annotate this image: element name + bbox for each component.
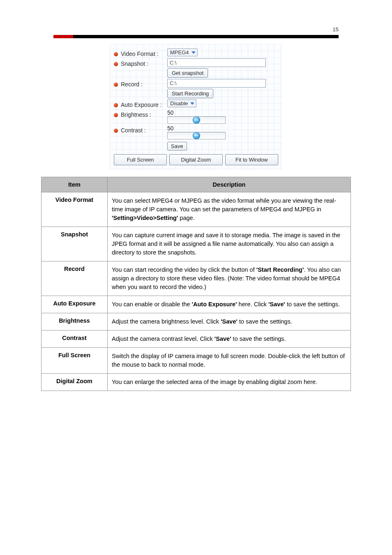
table-row: BrightnessAdjust the camera brightness l… bbox=[42, 313, 351, 331]
video-format-select[interactable]: MPEG4 bbox=[167, 49, 198, 56]
chevron-down-icon bbox=[191, 50, 196, 56]
snapshot-label: Snapshot : bbox=[114, 58, 167, 67]
table-item: Record bbox=[42, 261, 108, 296]
contrast-slider[interactable] bbox=[167, 132, 226, 139]
description-table: Item Description Video FormatYou can sel… bbox=[41, 177, 351, 391]
record-label: Record : bbox=[114, 79, 167, 88]
contrast-label: Contrast : bbox=[114, 125, 167, 134]
table-row: RecordYou can start recording the video … bbox=[42, 261, 351, 296]
fit-to-window-button[interactable]: Fit to Window bbox=[225, 154, 278, 165]
save-button[interactable]: Save bbox=[167, 142, 187, 150]
digital-zoom-button[interactable]: Digital Zoom bbox=[169, 154, 222, 165]
camera-settings-panel: Video Format : MPEG4 Snapshot : C:\ bbox=[110, 44, 282, 169]
table-row: Full ScreenSwitch the display of IP came… bbox=[42, 348, 351, 374]
snapshot-path-input[interactable]: C:\ bbox=[167, 58, 266, 67]
auto-exposure-label: Auto Exposure : bbox=[114, 99, 167, 108]
svg-marker-0 bbox=[191, 51, 196, 54]
table-item: Snapshot bbox=[42, 227, 108, 261]
brightness-label: Brightness : bbox=[114, 109, 167, 118]
table-row: SnapshotYou can capture current image an… bbox=[42, 227, 351, 261]
table-row: Auto ExposureYou can enable or disable t… bbox=[42, 296, 351, 313]
table-item: Video Format bbox=[42, 192, 108, 227]
get-snapshot-button[interactable]: Get snapshot bbox=[167, 68, 208, 78]
table-item: Full Screen bbox=[42, 348, 108, 374]
table-row: ContrastAdjust the camera contrast level… bbox=[42, 331, 351, 348]
table-description: You can select MPEG4 or MJPEG as the vid… bbox=[108, 192, 351, 227]
full-screen-button[interactable]: Full Screen bbox=[114, 154, 167, 165]
table-description: Adjust the camera brightness level. Clic… bbox=[108, 313, 351, 331]
table-description: You can capture current image and save i… bbox=[108, 227, 351, 261]
table-head-description: Description bbox=[108, 177, 351, 192]
table-row: Digital ZoomYou can enlarge the selected… bbox=[42, 374, 351, 391]
table-item: Contrast bbox=[42, 331, 108, 348]
table-description: Adjust the camera contrast level. Click … bbox=[108, 331, 351, 348]
table-description: Switch the display of IP camera image to… bbox=[108, 348, 351, 374]
table-row: Video FormatYou can select MPEG4 or MJPE… bbox=[42, 192, 351, 227]
table-description: You can enlarge the selected area of the… bbox=[108, 374, 351, 391]
table-item: Digital Zoom bbox=[42, 374, 108, 391]
svg-marker-1 bbox=[190, 102, 194, 105]
start-recording-button[interactable]: Start Recording bbox=[167, 89, 213, 98]
slider-thumb[interactable] bbox=[193, 116, 200, 124]
header-rule bbox=[53, 35, 339, 38]
video-format-label: Video Format : bbox=[114, 49, 167, 57]
brightness-value: 50 bbox=[167, 109, 278, 116]
brightness-slider[interactable] bbox=[167, 116, 226, 124]
auto-exposure-select[interactable]: Disable bbox=[167, 99, 196, 107]
table-description: You can start recording the video by cli… bbox=[108, 261, 351, 296]
chevron-down-icon bbox=[189, 101, 195, 106]
record-path-input[interactable]: C:\ bbox=[167, 79, 266, 88]
contrast-value: 50 bbox=[167, 125, 278, 132]
table-head-item: Item bbox=[42, 177, 108, 192]
table-description: You can enable or disable the 'Auto Expo… bbox=[108, 296, 351, 313]
page-number: 15 bbox=[333, 26, 339, 32]
table-item: Brightness bbox=[42, 313, 108, 331]
slider-thumb[interactable] bbox=[193, 132, 200, 139]
table-item: Auto Exposure bbox=[42, 296, 108, 313]
